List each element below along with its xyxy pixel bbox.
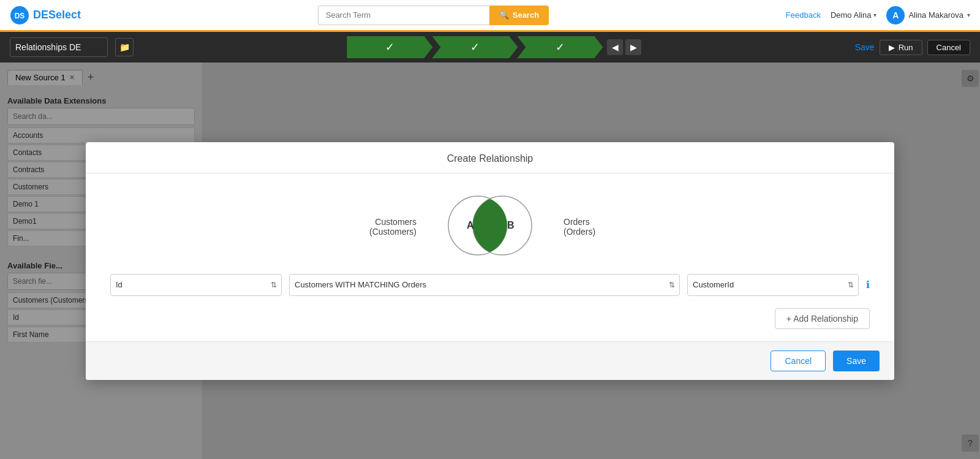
- search-button[interactable]: 🔍 Search: [489, 6, 549, 25]
- de-name-input[interactable]: [10, 37, 108, 57]
- logo-area: DS DESelect: [10, 6, 81, 25]
- top-nav: DS DESelect 🔍 Search Feedback Demo Alina…: [0, 0, 980, 32]
- save-link[interactable]: Save: [855, 42, 875, 52]
- left-field-select[interactable]: Id First Name CustomerId: [110, 274, 282, 296]
- pipeline: ✓ ✓ ✓ ◀ ▶: [141, 36, 848, 58]
- nav-right: Feedback Demo Alina ▾ A Alina Makarova ▾: [786, 6, 970, 25]
- chevron-down-icon: ▾: [873, 12, 876, 18]
- main-layout: New Source 1 ✕ + Available Data Extensio…: [0, 63, 980, 459]
- run-icon: ▶: [889, 43, 895, 52]
- run-button[interactable]: ▶ Run: [880, 40, 922, 55]
- chevron-down-icon: ▾: [967, 12, 970, 18]
- search-icon: 🔍: [499, 10, 509, 20]
- search-input[interactable]: [318, 6, 489, 25]
- search-bar: 🔍 Search: [88, 6, 778, 25]
- folder-icon: 📁: [119, 42, 130, 52]
- modal-title: Create Relationship: [447, 153, 533, 164]
- svg-text:DS: DS: [15, 12, 25, 20]
- user-menu[interactable]: A Alina Makarova ▾: [886, 6, 970, 25]
- modal-header: Create Relationship: [86, 142, 894, 173]
- cancel-button[interactable]: Cancel: [927, 40, 970, 55]
- pipeline-step-3[interactable]: ✓: [517, 36, 603, 58]
- svg-text:B: B: [507, 220, 514, 230]
- folder-button[interactable]: 📁: [115, 38, 134, 56]
- modal-save-button[interactable]: Save: [833, 351, 880, 371]
- deselect-logo-icon: DS: [10, 6, 29, 25]
- modal-overlay: Create Relationship Customers (Customers…: [0, 63, 980, 459]
- info-icon[interactable]: ℹ: [866, 279, 870, 290]
- right-field-select[interactable]: CustomerId Id: [687, 274, 859, 296]
- modal-body: Customers (Customers): [86, 173, 894, 341]
- right-field-select-wrapper: CustomerId Id ⇅: [687, 274, 859, 296]
- pipeline-next-button[interactable]: ▶: [625, 39, 641, 55]
- relationship-type-select-wrapper: Customers WITH MATCHING Orders Customers…: [289, 274, 680, 296]
- pipeline-step-2[interactable]: ✓: [432, 36, 518, 58]
- left-field-select-wrapper: Id First Name CustomerId ⇅: [110, 274, 282, 296]
- toolbar: 📁 ✓ ✓ ✓ ◀ ▶ Save ▶ Run Cancel: [0, 32, 980, 63]
- demo-alina-dropdown[interactable]: Demo Alina ▾: [831, 10, 876, 20]
- pipeline-nav: ◀ ▶: [607, 39, 641, 55]
- avatar: A: [886, 6, 905, 25]
- venn-diagram: A B: [441, 192, 539, 262]
- relationship-type-select[interactable]: Customers WITH MATCHING Orders Customers…: [289, 274, 680, 296]
- venn-right-label: Orders (Orders): [564, 217, 649, 237]
- feedback-link[interactable]: Feedback: [786, 10, 821, 20]
- modal-footer: Cancel Save: [86, 341, 894, 380]
- logo-text: DESelect: [33, 9, 81, 21]
- toolbar-actions: Save ▶ Run Cancel: [855, 40, 970, 55]
- venn-left-label: Customers (Customers): [331, 217, 417, 237]
- modal-cancel-button[interactable]: Cancel: [771, 351, 826, 371]
- pipeline-prev-button[interactable]: ◀: [607, 39, 623, 55]
- pipeline-step-1[interactable]: ✓: [347, 36, 432, 58]
- create-relationship-modal: Create Relationship Customers (Customers…: [86, 142, 894, 380]
- add-relationship-button[interactable]: + Add Relationship: [775, 308, 870, 329]
- svg-text:A: A: [467, 220, 474, 230]
- relationship-row: Id First Name CustomerId ⇅ Customers WIT…: [110, 274, 870, 296]
- venn-area: Customers (Customers): [110, 192, 870, 262]
